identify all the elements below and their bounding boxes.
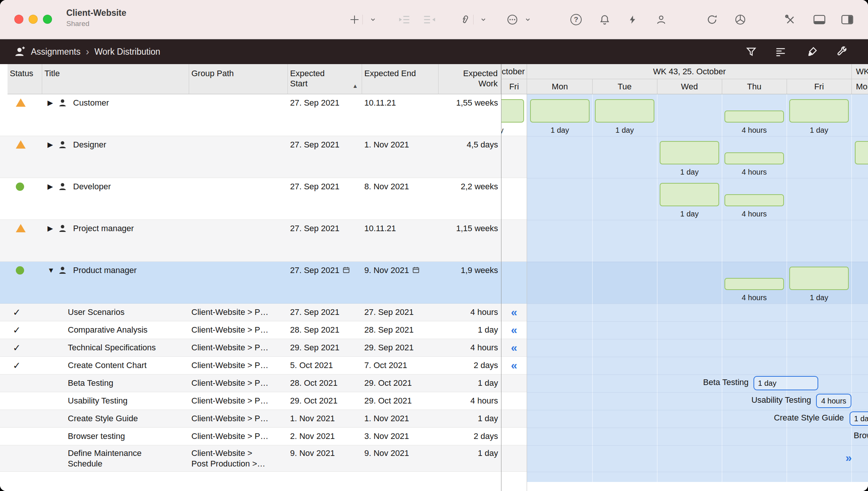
notifications-button[interactable] <box>596 10 613 29</box>
gantt-task-label: Browser testing <box>854 430 868 441</box>
column-header-expected-start[interactable]: Expected Start ▲ <box>288 64 362 94</box>
work-bar-label: 1 day <box>592 125 657 135</box>
disclosure-triangle[interactable]: ▶ <box>47 97 57 109</box>
settings-button[interactable] <box>833 43 851 60</box>
start-cell: 9. Nov 2021 <box>288 445 362 471</box>
more-dropdown-button[interactable] <box>520 10 535 29</box>
jump-to-task-arrow[interactable]: « <box>504 342 523 354</box>
work-cell: 2,2 weeks <box>439 178 501 219</box>
work-bar[interactable] <box>660 141 719 164</box>
more-actions-button[interactable] <box>504 10 521 29</box>
person-icon <box>58 140 67 149</box>
warning-status-icon <box>16 98 26 107</box>
toggle-bottom-pane-button[interactable] <box>811 10 828 29</box>
task-row[interactable]: ✓ Create Content Chart Client-Website > … <box>0 357 501 374</box>
indent-button[interactable] <box>396 10 413 29</box>
filter-button[interactable] <box>743 43 760 60</box>
attach-dropdown-button[interactable] <box>476 10 491 29</box>
start-cell: 28. Oct 2021 <box>288 374 362 392</box>
breadcrumb-section[interactable]: Assignments <box>31 47 81 57</box>
start-cell: 27. Sep 2021 <box>288 220 362 261</box>
work-bar-label: 1 day <box>787 292 851 303</box>
outdent-button[interactable] <box>420 10 438 29</box>
person-icon <box>58 266 67 275</box>
resource-row[interactable]: ▶ Customer 27. Sep 2021 10.11.21 1,55 we… <box>0 94 501 136</box>
work-bar[interactable] <box>724 194 784 206</box>
day-header-tue: Tue <box>592 79 657 94</box>
work-bar[interactable] <box>660 183 719 206</box>
work-bar[interactable] <box>789 267 849 290</box>
jump-to-task-arrow[interactable]: » <box>838 452 859 464</box>
toggle-right-pane-button[interactable] <box>839 10 856 29</box>
task-row[interactable]: ✓ Comparative Analysis Client-Website > … <box>0 321 501 339</box>
style-brush-button[interactable] <box>804 43 821 60</box>
column-header-group-path[interactable]: Group Path <box>189 64 288 94</box>
jump-to-task-arrow[interactable]: « <box>504 324 523 336</box>
disclosure-triangle[interactable]: ▶ <box>47 181 57 192</box>
column-header-title[interactable]: Title <box>42 64 189 94</box>
column-label: Status <box>10 69 33 78</box>
work-value-box[interactable]: 4 hours <box>816 394 851 408</box>
resource-row[interactable]: ▶ Developer 27. Sep 2021 8. Nov 2021 2,2… <box>0 178 501 220</box>
task-row[interactable]: Usability Testing Client-Website > P… 29… <box>0 392 501 410</box>
grid-line <box>527 445 868 446</box>
task-row[interactable]: ✓ User Scenarios Client-Website > P… 27.… <box>0 304 501 321</box>
app-window: Client-Website Shared ? <box>0 0 868 491</box>
work-value-box[interactable]: 1 day <box>850 411 868 426</box>
work-value-box[interactable]: 1 day <box>753 376 818 390</box>
row-stripe <box>501 374 527 392</box>
resource-row-selected[interactable]: ▼ Product manager 27. Sep 2021 9. Nov 20… <box>0 262 501 304</box>
grid-line <box>527 136 868 137</box>
calendar-icon[interactable] <box>342 266 350 274</box>
help-button[interactable]: ? <box>567 10 585 29</box>
work-bar[interactable] <box>789 99 849 123</box>
column-label: Start <box>290 78 362 89</box>
start-cell: 27. Sep 2021 <box>288 136 362 178</box>
work-value: 1 day <box>758 379 776 388</box>
resources-button[interactable] <box>653 10 670 29</box>
add-dropdown-button[interactable] <box>365 10 381 29</box>
work-bar[interactable] <box>855 141 868 164</box>
task-row[interactable]: Define Maintenance Schedule Client-Websi… <box>0 445 501 472</box>
sync-button[interactable] <box>703 10 721 29</box>
column-header-status[interactable]: Status <box>8 64 42 94</box>
view-options-button[interactable] <box>772 43 789 60</box>
task-row[interactable]: Create Style Guide Client-Website > P… 1… <box>0 410 501 428</box>
task-row[interactable]: Beta Testing Client-Website > P… 28. Oct… <box>0 374 501 392</box>
work-bar[interactable] <box>724 278 784 290</box>
activity-button[interactable] <box>624 10 641 29</box>
calendar-icon[interactable] <box>412 266 420 274</box>
work-bar[interactable] <box>501 99 524 123</box>
title-cell: ▶ Customer <box>42 94 189 136</box>
work-cell: 4 hours <box>439 392 501 410</box>
add-button[interactable] <box>346 10 363 29</box>
task-row[interactable]: Browser testing Client-Website > P… 2. N… <box>0 428 501 445</box>
task-row[interactable]: ✓ Technical Specifications Client-Websit… <box>0 339 501 357</box>
work-cell: 1 day <box>439 410 501 427</box>
disclosure-triangle[interactable]: ▼ <box>47 265 57 276</box>
work-bar[interactable] <box>530 99 590 123</box>
window-controls <box>14 15 52 24</box>
group-cell: Client-Website > P… <box>189 428 288 445</box>
disclosure-triangle[interactable]: ▶ <box>47 139 57 150</box>
network-button[interactable] <box>732 10 749 29</box>
zoom-button[interactable] <box>43 15 52 24</box>
warning-status-icon <box>16 224 26 232</box>
column-header-expected-work[interactable]: Expected Work <box>439 64 501 94</box>
row-stripe <box>501 392 527 410</box>
jump-to-task-arrow[interactable]: « <box>504 359 523 371</box>
resource-row[interactable]: ▶ Designer 27. Sep 2021 1. Nov 2021 4,5 … <box>0 136 501 178</box>
tools-button[interactable] <box>781 10 799 29</box>
disclosure-triangle[interactable]: ▶ <box>47 223 57 234</box>
column-header-expected-end[interactable]: Expected End <box>362 64 439 94</box>
minimize-button[interactable] <box>29 15 38 24</box>
work-bar[interactable] <box>595 99 654 123</box>
work-bar[interactable] <box>724 152 784 164</box>
jump-to-task-arrow[interactable]: « <box>504 306 523 318</box>
gantt-gutter-column <box>501 94 527 472</box>
work-bar[interactable] <box>724 110 784 123</box>
attach-button[interactable] <box>456 10 474 29</box>
close-button[interactable] <box>14 15 23 24</box>
work-bar-label: 4 hours <box>722 292 787 303</box>
resource-row[interactable]: ▶ Project manager 27. Sep 2021 10.11.21 … <box>0 220 501 262</box>
